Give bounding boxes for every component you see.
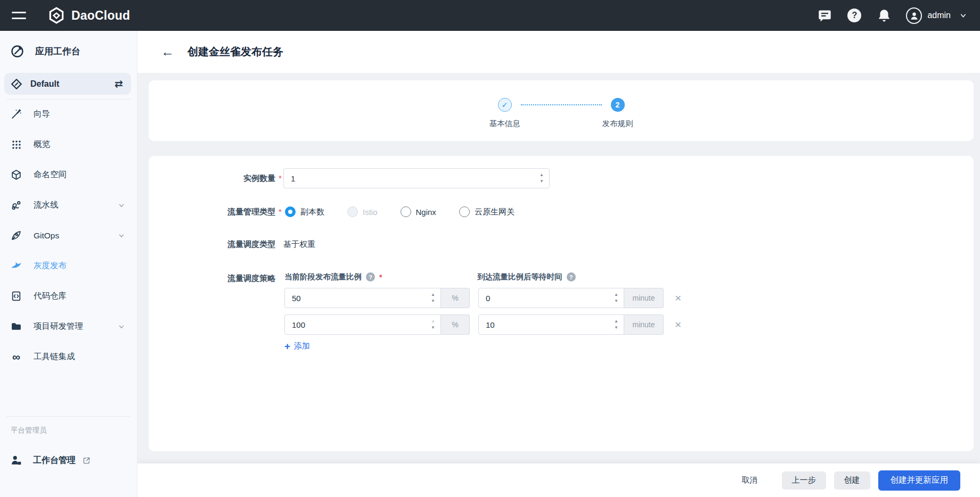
spin-down-icon[interactable]: ▼ xyxy=(540,179,544,184)
strategy-row-1: ▲ ▼ % ▲ ▼ minute × xyxy=(149,288,974,308)
stepper: ✓ 基本信息 2 发布规则 xyxy=(149,80,974,129)
sidebar-item-label: 项目研发管理 xyxy=(34,321,83,332)
workspace-selector[interactable]: Default ⇄ xyxy=(4,73,131,95)
admin-item-label: 工作台管理 xyxy=(33,455,76,466)
sidebar-item-project-mgmt[interactable]: 项目研发管理 xyxy=(0,311,137,342)
radio-replicas[interactable]: 副本数 xyxy=(285,206,324,217)
cancel-button[interactable]: 取消 xyxy=(738,471,762,490)
sidebar-item-toolchain[interactable]: ∞ 工具链集成 xyxy=(0,342,137,372)
traffic-type-label: 流量管理类型 xyxy=(149,205,275,218)
spin-down-icon[interactable]: ▼ xyxy=(431,326,435,330)
ratio-spinner: ▲ ▼ xyxy=(427,316,439,333)
rocket-icon xyxy=(11,230,22,241)
radio-disabled-icon xyxy=(347,206,358,217)
admin-user-icon xyxy=(11,454,22,466)
step-basic-info[interactable]: ✓ 基本信息 xyxy=(489,98,521,129)
previous-step-button[interactable]: 上一步 xyxy=(782,471,826,490)
topbar: DaoCloud ? admin xyxy=(0,0,980,31)
create-button[interactable]: 创建 xyxy=(834,471,870,490)
wait-input[interactable] xyxy=(479,315,624,334)
ratio-input[interactable] xyxy=(285,315,440,334)
sidebar-item-wizard[interactable]: 向导 xyxy=(0,99,137,129)
back-arrow-icon[interactable]: ← xyxy=(161,45,174,59)
create-and-update-button[interactable]: 创建并更新应用 xyxy=(878,470,961,491)
brand[interactable]: DaoCloud xyxy=(47,6,130,24)
ratio-input-wrap: ▲ ▼ xyxy=(284,314,441,335)
wait-header-text: 到达流量比例后等待时间 xyxy=(477,272,562,282)
message-icon[interactable] xyxy=(816,7,832,23)
add-row: + 添加 xyxy=(149,341,974,354)
spin-down-icon[interactable]: ▼ xyxy=(614,326,618,330)
wait-input[interactable] xyxy=(479,288,624,308)
sidebar-item-label: 命名空间 xyxy=(34,169,67,180)
spin-up-icon[interactable]: ▲ xyxy=(614,293,618,297)
help-icon[interactable]: ? xyxy=(567,272,576,281)
schedule-type-value: 基于权重 xyxy=(283,238,315,251)
spin-up-icon[interactable]: ▲ xyxy=(431,319,435,324)
workspace-icon xyxy=(11,78,22,90)
add-stage-button[interactable]: + 添加 xyxy=(284,341,310,351)
step-number: 2 xyxy=(611,98,625,112)
wait-spinner: ▲ ▼ xyxy=(610,289,623,307)
sidebar-item-label: 工具链集成 xyxy=(34,351,75,362)
remove-row-icon[interactable]: × xyxy=(675,288,681,308)
sidebar-item-namespace[interactable]: 命名空间 xyxy=(0,160,137,190)
workspace-name: Default xyxy=(30,79,59,89)
spin-up-icon[interactable]: ▲ xyxy=(614,319,618,324)
ratio-input[interactable] xyxy=(285,288,440,308)
sidebar-item-pipeline[interactable]: 流水线 xyxy=(0,190,137,220)
instances-input-wrap: ▲ ▼ xyxy=(283,168,550,188)
spin-down-icon[interactable]: ▼ xyxy=(614,299,618,303)
sidebar-item-label: 代码仓库 xyxy=(34,291,67,302)
sidebar-divider xyxy=(6,416,130,417)
spin-up-icon[interactable]: ▲ xyxy=(540,173,544,177)
radio-label: Nginx xyxy=(416,208,436,217)
radio-nginx[interactable]: Nginx xyxy=(401,206,436,217)
step-release-rules[interactable]: 2 发布规则 xyxy=(602,98,634,129)
schedule-type-label: 流量调度类型 xyxy=(149,238,275,251)
required-asterisk: * xyxy=(279,205,282,218)
sidebar-item-canary-release[interactable]: 灰度发布 xyxy=(0,251,137,281)
avatar[interactable] xyxy=(906,7,922,23)
help-icon[interactable]: ? xyxy=(366,272,375,281)
sidebar-nav: 向导 概览 命名空间 流水线 GitOps xyxy=(0,99,137,372)
sidebar-item-code-repo[interactable]: 代码仓库 xyxy=(0,281,137,311)
sidebar-item-workbench-admin[interactable]: 工作台管理 xyxy=(11,454,91,466)
step-label: 发布规则 xyxy=(602,119,633,129)
chevron-down-icon[interactable] xyxy=(118,232,125,239)
instances-input[interactable] xyxy=(284,169,549,188)
spin-up-icon[interactable]: ▲ xyxy=(431,293,435,297)
sidebar-item-gitops[interactable]: GitOps xyxy=(0,220,137,251)
sidebar-item-overview[interactable]: 概览 xyxy=(0,129,137,160)
user-menu-chevron-down-icon[interactable] xyxy=(959,12,967,20)
page-header: ← 创建金丝雀发布任务 xyxy=(137,31,980,73)
notification-bell-icon[interactable] xyxy=(876,7,892,23)
radio-unselected-icon xyxy=(401,206,411,217)
menu-icon[interactable] xyxy=(12,12,26,19)
admin-section-label: 平台管理员 xyxy=(11,426,47,435)
required-asterisk: * xyxy=(279,168,282,188)
content-area: ✓ 基本信息 2 发布规则 实例数量 * ▲ ▼ 流量 xyxy=(137,73,980,497)
stepper-card: ✓ 基本信息 2 发布规则 xyxy=(149,80,974,141)
workbench-header: 应用工作台 xyxy=(11,45,80,58)
sidebar-item-label: 流水线 xyxy=(34,200,59,211)
spin-down-icon[interactable]: ▼ xyxy=(431,299,435,303)
traffic-type-row: 流量管理类型 * 副本数 Istio Nginx 云原生网关 xyxy=(149,205,974,218)
form-card: 实例数量 * ▲ ▼ 流量管理类型 * 副本数 Istio xyxy=(149,156,974,451)
workspace-switch-icon[interactable]: ⇄ xyxy=(115,79,123,89)
add-label: 添加 xyxy=(294,341,310,351)
help-icon[interactable]: ? xyxy=(846,7,862,23)
remove-row-icon[interactable]: × xyxy=(675,314,681,335)
external-link-icon xyxy=(82,456,91,465)
username: admin xyxy=(927,11,951,20)
required-asterisk: * xyxy=(379,273,382,281)
instances-row: 实例数量 * ▲ ▼ xyxy=(149,168,974,188)
radio-label: 副本数 xyxy=(300,207,324,217)
code-repo-icon xyxy=(11,291,22,302)
chevron-down-icon[interactable] xyxy=(118,202,125,209)
chevron-down-icon[interactable] xyxy=(118,323,125,330)
traffic-type-radio-group: 副本数 Istio Nginx 云原生网关 xyxy=(285,205,514,218)
sidebar-item-label: 向导 xyxy=(34,109,50,120)
plus-icon: + xyxy=(284,341,290,351)
radio-cloud-native-gateway[interactable]: 云原生网关 xyxy=(459,206,514,217)
